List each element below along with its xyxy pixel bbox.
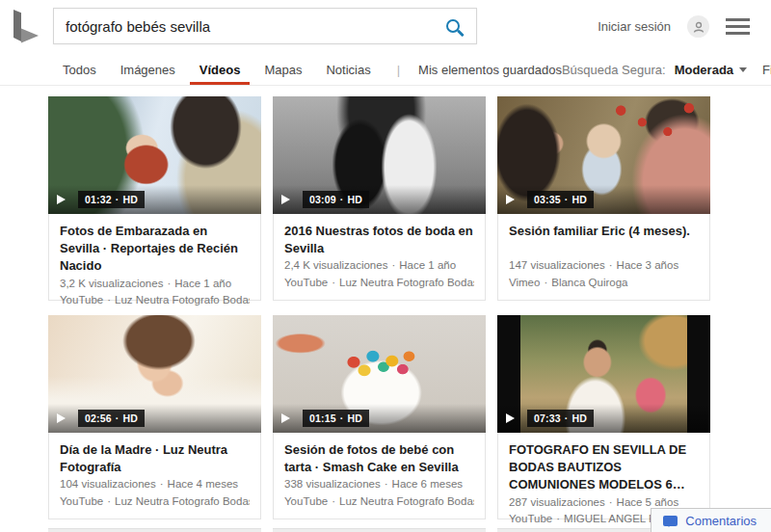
- tab-separator: |: [397, 63, 400, 77]
- video-title[interactable]: 2016 Nuestras fotos de boda en Sevilla: [284, 223, 474, 257]
- filter-button[interactable]: Filtro: [762, 63, 771, 77]
- safesearch-dropdown[interactable]: Moderada: [675, 63, 747, 77]
- meta-separator: ·: [391, 257, 395, 275]
- video-info-box: Sesión de fotos de bebé con tarta · Smas…: [273, 433, 486, 519]
- video-title[interactable]: Sesión de fotos de bebé con tarta · Smas…: [284, 441, 474, 476]
- video-title[interactable]: Día de la Madre · Luz Neutra Fotografía: [60, 441, 250, 476]
- quality-label: HD: [123, 194, 139, 205]
- meta-separator: ·: [160, 476, 164, 493]
- duration-badge: 03:35 · HD: [527, 191, 594, 208]
- video-thumbnail[interactable]: 01:32 · HD: [48, 96, 261, 214]
- filter-label: Filtro: [762, 63, 771, 77]
- badge-separator: ·: [565, 412, 569, 424]
- meta-separator: ·: [107, 493, 111, 511]
- play-icon: [506, 413, 515, 423]
- video-result-card[interactable]: 03:09 · HD 2016 Nuestras fotos de boda e…: [273, 96, 486, 301]
- badge-separator: ·: [340, 412, 344, 424]
- age-label: Hace 6 meses: [392, 476, 464, 493]
- toolbar-right: | Mis elementos guardados Búsqueda Segur…: [397, 54, 771, 85]
- views-count: 147 visualizaciones: [509, 257, 605, 275]
- channel-name: Luz Neutra Fotografo Bodas Sevilla: [115, 493, 250, 511]
- duration-label: 01:15: [309, 412, 336, 424]
- avatar[interactable]: [687, 15, 709, 38]
- search-button[interactable]: [430, 9, 476, 43]
- video-thumbnail[interactable]: 03:35 · HD: [497, 96, 710, 214]
- hamburger-menu-icon[interactable]: [726, 16, 750, 37]
- video-result-card[interactable]: 07:33 · HD FOTOGRAFO EN SEVILLA DE BODAS…: [497, 315, 710, 519]
- meta-separator: ·: [556, 511, 560, 528]
- saved-items-link[interactable]: Mis elementos guardados: [418, 63, 562, 77]
- quality-label: HD: [348, 194, 363, 205]
- video-title[interactable]: FOTOGRAFO EN SEVILLA DE BODAS BAUTIZOS C…: [509, 441, 699, 494]
- meta-separator: ·: [385, 476, 388, 493]
- meta-separator: ·: [544, 275, 547, 292]
- duration-label: 07:33: [534, 412, 561, 424]
- tab-bar: Todos Imágenes Vídeos Mapas Noticias | M…: [0, 54, 771, 86]
- source-name: YouTube: [60, 292, 103, 309]
- quality-label: HD: [348, 412, 363, 424]
- video-result-card[interactable]: 03:35 · HD Sesión familiar Eric (4 meses…: [497, 96, 710, 301]
- thumbnail-overlay: 01:32 · HD: [48, 185, 261, 214]
- video-meta: 3,2 K visualizaciones · Hace 1 año YouTu…: [60, 276, 250, 310]
- thumbnail-overlay: 07:33 · HD: [497, 404, 710, 433]
- next-row-peek: [48, 528, 710, 532]
- video-result-card[interactable]: 01:32 · HD Fotos de Embarazada en Sevill…: [48, 96, 261, 301]
- video-result-card[interactable]: 02:56 · HD Día de la Madre · Luz Neutra …: [48, 315, 261, 519]
- views-count: 104 visualizaciones: [60, 476, 156, 493]
- source-row: YouTube · Luz Neutra Fotografo Bodas Sev…: [60, 292, 250, 309]
- meta-separator: ·: [332, 493, 335, 511]
- source-row: YouTube · Luz Neutra Fotografo Bodas Sev…: [284, 493, 474, 511]
- video-thumbnail[interactable]: 02:56 · HD: [48, 315, 261, 433]
- video-info-box: 2016 Nuestras fotos de boda en Sevilla 2…: [273, 214, 486, 301]
- thumbnail-overlay: 03:09 · HD: [273, 185, 486, 214]
- badge-separator: ·: [116, 412, 120, 424]
- bing-logo[interactable]: [13, 10, 42, 44]
- thumbnail-overlay: 03:35 · HD: [497, 185, 710, 214]
- meta-separator: ·: [107, 292, 111, 309]
- video-thumbnail[interactable]: 07:33 · HD: [497, 315, 710, 433]
- sign-in-link[interactable]: Iniciar sesión: [598, 19, 671, 34]
- play-icon: [506, 195, 515, 204]
- video-thumbnail[interactable]: 03:09 · HD: [273, 96, 486, 214]
- tab-todos[interactable]: Todos: [62, 54, 97, 85]
- speech-bubble-icon: [663, 516, 678, 526]
- age-label: Hace 4 meses: [168, 476, 239, 493]
- safesearch-label: Búsqueda Segura:: [562, 63, 666, 77]
- search-input[interactable]: [54, 18, 430, 35]
- channel-name: Blanca Quiroga: [551, 275, 627, 292]
- video-info-box: FOTOGRAFO EN SEVILLA DE BODAS BAUTIZOS C…: [497, 433, 710, 519]
- channel-name: Luz Neutra Fotografo Bodas Sevilla: [339, 493, 474, 511]
- badge-separator: ·: [116, 194, 120, 205]
- chevron-down-icon: [739, 67, 747, 72]
- video-title[interactable]: Sesión familiar Eric (4 meses).: [509, 223, 699, 240]
- video-thumbnail[interactable]: 01:15 · HD: [273, 315, 486, 433]
- tab-imagenes[interactable]: Imágenes: [120, 54, 176, 85]
- video-meta: 338 visualizaciones · Hace 6 meses YouTu…: [284, 476, 474, 511]
- tab-videos[interactable]: Vídeos: [199, 54, 242, 85]
- source-name: YouTube: [509, 511, 552, 528]
- play-icon: [281, 413, 290, 423]
- views-row: 2,4 K visualizaciones · Hace 1 año: [284, 257, 474, 275]
- views-count: 3,2 K visualizaciones: [60, 276, 163, 293]
- meta-separator: ·: [609, 494, 613, 512]
- views-count: 338 visualizaciones: [284, 476, 381, 493]
- feedback-button[interactable]: Comentarios: [651, 508, 771, 532]
- source-name: YouTube: [60, 493, 103, 511]
- source-name: YouTube: [284, 275, 328, 292]
- duration-label: 01:32: [85, 194, 112, 205]
- source-name: Vimeo: [509, 275, 540, 292]
- meta-separator: ·: [609, 257, 613, 275]
- magnifier-icon: [446, 19, 460, 33]
- play-icon: [57, 195, 66, 204]
- views-row: 147 visualizaciones · Hace 3 años: [509, 257, 699, 275]
- video-title[interactable]: Fotos de Embarazada en Sevilla · Reporta…: [60, 223, 250, 276]
- video-result-card[interactable]: 01:15 · HD Sesión de fotos de bebé con t…: [273, 315, 486, 519]
- play-icon: [281, 195, 290, 204]
- video-meta: 2,4 K visualizaciones · Hace 1 año YouTu…: [284, 257, 474, 292]
- tab-noticias[interactable]: Noticias: [325, 54, 371, 85]
- duration-label: 03:35: [534, 194, 561, 205]
- tab-mapas[interactable]: Mapas: [263, 54, 303, 85]
- meta-separator: ·: [167, 276, 171, 293]
- badge-separator: ·: [565, 194, 569, 205]
- source-row: YouTube · Luz Neutra Fotografo Bodas Sev…: [284, 275, 474, 292]
